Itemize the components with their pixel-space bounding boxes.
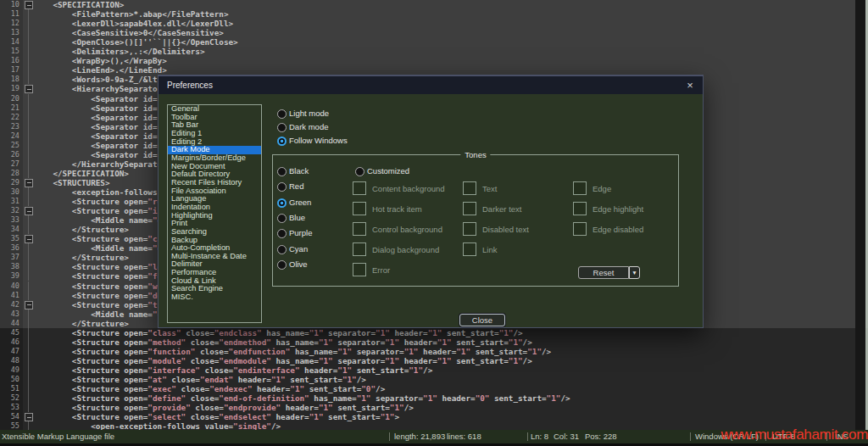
fold-collapse-icon[interactable]	[25, 413, 33, 421]
status-length: length: 21,893	[394, 430, 445, 443]
code-line: </Structure>	[72, 253, 129, 262]
tone-radio-label[interactable]: Olive	[289, 259, 308, 269]
status-ln: Ln: 8	[531, 430, 548, 443]
line-number: 51	[0, 384, 19, 393]
line-number: 14	[0, 37, 19, 47]
line-number: 37	[0, 253, 19, 262]
line-number: 48	[0, 356, 19, 365]
fold-guide-line	[28, 103, 29, 113]
dialog-titlebar[interactable]: Preferences ×	[159, 75, 703, 94]
radio-icon[interactable]	[277, 214, 287, 223]
watermark-text: www.mustafahamit.com	[721, 426, 868, 443]
color-swatch-button[interactable]	[573, 202, 587, 215]
prefs-list-item[interactable]: MISC.	[168, 293, 261, 302]
line-number: 29	[0, 178, 19, 187]
line-number: 18	[0, 75, 19, 84]
code-line: </Structure>	[72, 225, 129, 234]
color-swatch-button[interactable]	[573, 181, 587, 195]
fold-collapse-icon[interactable]	[25, 1, 33, 9]
line-number: 12	[0, 19, 19, 28]
fold-guide-line	[28, 356, 29, 365]
fold-collapse-icon[interactable]	[25, 85, 33, 93]
prefs-category-list[interactable]: GeneralToolbarTab BarEditing 1Editing 2D…	[167, 104, 262, 323]
color-swatch-button[interactable]	[463, 243, 476, 256]
fold-guide-line	[28, 113, 29, 122]
fold-guide-line	[28, 253, 29, 262]
color-swatch-button[interactable]	[353, 202, 366, 215]
reset-button[interactable]: Reset	[578, 266, 629, 279]
code-line: <CaseSensitive>0</CaseSensitive>	[72, 28, 224, 37]
vertical-scrollbar[interactable]	[855, 0, 865, 430]
color-swatch-button[interactable]	[463, 202, 476, 215]
customized-radio-label[interactable]: Customized	[367, 166, 409, 176]
fold-guide-line	[28, 262, 29, 271]
mode-radio-label[interactable]: Dark mode	[289, 122, 328, 131]
radio-icon[interactable]	[277, 123, 287, 132]
radio-icon[interactable]	[277, 260, 287, 270]
code-line: <OpenClose>()[]''``||{}</OpenClose>	[72, 37, 238, 47]
line-number: 31	[0, 197, 19, 206]
color-swatch-button[interactable]	[353, 222, 366, 236]
tone-radio-label[interactable]: Green	[289, 198, 311, 207]
tone-radio-label[interactable]: Cyan	[289, 244, 308, 254]
line-number: 11	[0, 9, 19, 19]
code-line: <Structure open="re	[72, 197, 162, 206]
fold-collapse-icon[interactable]	[25, 179, 33, 187]
swatch-label: Edge disabled	[593, 225, 643, 234]
color-swatch-button[interactable]	[573, 222, 587, 236]
radio-icon[interactable]	[277, 167, 287, 176]
fold-guide-line	[28, 37, 29, 47]
code-line: <Middle name="o	[91, 243, 162, 253]
code-line: <Structure open="select" close="endselec…	[72, 412, 399, 421]
fold-guide-line	[28, 243, 29, 253]
color-swatch-button[interactable]	[463, 181, 476, 195]
code-line: <Structure open="if	[72, 206, 162, 215]
line-number: 32	[0, 206, 19, 215]
tone-radio-label[interactable]: Blue	[289, 213, 305, 222]
fold-collapse-icon[interactable]	[25, 301, 33, 309]
radio-icon[interactable]	[277, 245, 287, 254]
code-line: <LineEnd>.</LineEnd>	[72, 65, 167, 75]
swatch-label: Text	[482, 184, 497, 193]
fold-guide-line	[28, 56, 29, 65]
code-line: <Structure open="method" close="endmetho…	[72, 337, 532, 347]
mode-radio-label[interactable]: Light mode	[289, 109, 329, 118]
color-swatch-button[interactable]	[353, 263, 366, 276]
tone-radio-label[interactable]: Red	[289, 181, 303, 191]
status-col: Col: 31	[554, 430, 579, 443]
swatch-label: Error	[372, 265, 390, 275]
color-swatch-button[interactable]	[353, 181, 366, 195]
line-number: 26	[0, 150, 19, 159]
reset-dropdown-arrow-icon[interactable]: ▼	[629, 266, 640, 279]
fold-collapse-icon[interactable]	[25, 235, 33, 243]
tone-radio-label[interactable]: Black	[289, 166, 309, 176]
line-number: 54	[0, 412, 19, 421]
line-number: 45	[0, 328, 19, 337]
fold-guide-line	[28, 187, 29, 197]
close-icon[interactable]: ×	[682, 76, 698, 94]
line-number: 13	[0, 28, 19, 37]
tone-radio-label[interactable]: Purple	[289, 228, 312, 237]
color-swatch-button[interactable]	[353, 243, 366, 256]
fold-guide-line	[28, 384, 29, 393]
swatch-label: Disabled text	[482, 225, 529, 234]
code-line: <Delimiters>,.:</Delimiters>	[72, 47, 205, 56]
radio-checked-icon[interactable]	[277, 137, 287, 146]
fold-guide-line	[28, 347, 29, 356]
fold-guide-line	[28, 9, 29, 19]
line-number: 47	[0, 347, 19, 356]
line-number: 36	[0, 243, 19, 253]
code-line: <Structure open="do	[72, 291, 162, 300]
radio-icon[interactable]	[277, 109, 287, 119]
fold-collapse-icon[interactable]	[25, 207, 33, 215]
mode-radio-label[interactable]: Follow Windows	[289, 136, 348, 145]
radio-icon[interactable]	[355, 167, 364, 176]
color-swatch-button[interactable]	[463, 222, 476, 236]
radio-checked-icon[interactable]	[277, 198, 287, 208]
fold-guide-line	[28, 131, 29, 141]
line-number: 28	[0, 169, 19, 178]
code-line: <Separator id="	[91, 150, 162, 159]
close-button[interactable]: Close	[459, 314, 505, 326]
fold-guide-line	[28, 271, 29, 281]
code-line: <LexerDll>sapab4lex.dll</LexerDll>	[72, 19, 233, 28]
